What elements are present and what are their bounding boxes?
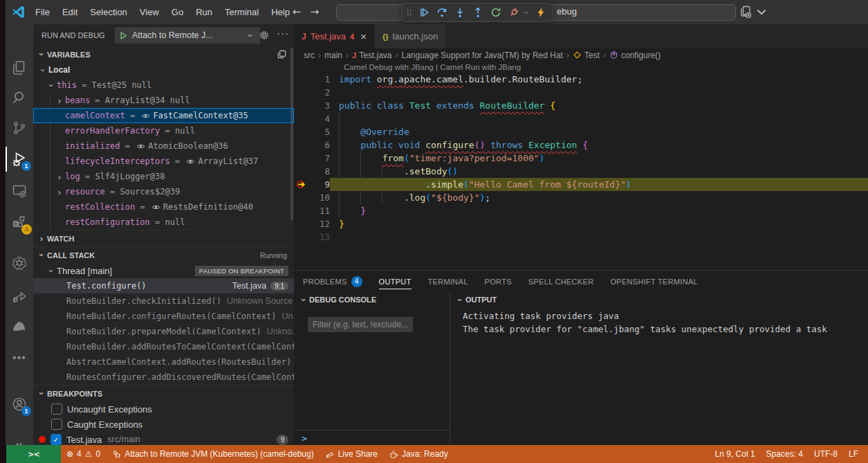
breakpoint-checkbox[interactable]: ✓ (50, 434, 62, 445)
gutter[interactable] (294, 191, 309, 204)
output-header[interactable]: › OUTPUT (450, 292, 868, 307)
gutter[interactable] (294, 125, 309, 138)
code-line-1[interactable]: 1import org.apache.camel.builder.RouteBu… (294, 73, 868, 86)
close-icon[interactable]: × (360, 30, 367, 42)
code-line-13[interactable]: 13 (294, 230, 868, 244)
configure-gear-icon[interactable] (259, 30, 270, 41)
code-line-11[interactable]: 11 } (294, 204, 868, 217)
activity-explorer-icon[interactable] (6, 55, 33, 80)
code-line-4[interactable]: 4 (294, 112, 868, 125)
menu-selection[interactable]: Selection (84, 7, 133, 17)
encoding-status[interactable]: UTF-8 (809, 445, 843, 463)
gutter[interactable] (294, 217, 309, 230)
code-line-3[interactable]: 3public class Test extends RouteBuilder … (294, 99, 868, 112)
stack-frame[interactable]: RouteBuilder.checkInitialized()Unknown S… (33, 293, 294, 309)
variable-row-log[interactable]: ›log = Slf4jLogger@38 (33, 169, 294, 184)
breadcrumb-item[interactable]: JTest.java (352, 51, 391, 60)
toolbar-drag-handle[interactable] (405, 8, 414, 17)
activity-more-views-icon[interactable]: ••• (6, 345, 33, 370)
activity-camel-icon[interactable] (6, 313, 33, 338)
indentation-status[interactable]: Spaces: 4 (761, 445, 809, 463)
gutter[interactable] (294, 112, 309, 125)
code-line-12[interactable]: 12} (294, 217, 868, 230)
debug-disconnect-icon[interactable] (505, 5, 522, 20)
debug-console-filter-input[interactable] (308, 317, 413, 332)
problems-status[interactable]: ⊗ 4 ⚠ 0 (61, 445, 106, 463)
variable-row-scope[interactable]: ›Local (33, 62, 294, 78)
activity-extensions-icon[interactable]: ⚠ (6, 210, 33, 235)
variable-row-errorHandlerFactory[interactable]: ›errorHandlerFactory = null (33, 123, 294, 138)
variable-row-restConfiguration[interactable]: ›restConfiguration = null (33, 215, 294, 230)
variable-row-restCollection[interactable]: ›restCollection = RestsDefinition@40 (33, 199, 294, 215)
debug-step-out-icon[interactable] (469, 5, 486, 20)
gutter[interactable] (294, 165, 309, 178)
activity-kubernetes-icon[interactable] (6, 251, 33, 275)
thread-row[interactable]: › Thread [main] PAUSED ON BREAKPOINT (33, 263, 294, 278)
codelens[interactable]: Camel Debug with JBang | Camel Run with … (294, 62, 868, 73)
menu-edit[interactable]: Edit (56, 7, 84, 17)
tab-test-java[interactable]: JTest.java4× (294, 24, 374, 48)
code-line-9[interactable]: 9 .simple("Hello Camel from ${routeId}") (294, 178, 868, 191)
code-line-2[interactable]: 2 (294, 86, 868, 99)
variable-row-initialized[interactable]: ›initialized = AtomicBoolean@36 (33, 138, 294, 154)
more-actions-icon[interactable]: ··· (277, 27, 289, 39)
stack-frame[interactable]: AbstractCamelContext.addRoutes(RoutesBui… (33, 354, 294, 370)
breakpoint-checkbox[interactable] (51, 419, 62, 430)
panel-tab-terminal[interactable]: TERMINAL (428, 271, 468, 292)
stack-frame[interactable]: RoutesConfigurer.addDiscoveredRoutes(Cam… (33, 370, 294, 385)
activity-live-share-icon[interactable] (6, 284, 33, 309)
sidebar-scrollbar[interactable] (290, 48, 293, 221)
menu-file[interactable]: File (29, 7, 56, 17)
watch-section-header[interactable]: › WATCH (33, 230, 294, 246)
eol-status[interactable]: LF (843, 445, 864, 463)
variable-row-this[interactable]: ›this = Test@25 null (33, 78, 294, 93)
code-area[interactable]: 1import org.apache.camel.builder.RouteBu… (294, 73, 868, 244)
menu-go[interactable]: Go (165, 7, 190, 17)
live-share-status[interactable]: Live Share (320, 445, 383, 463)
breakpoint-checkbox[interactable] (51, 403, 62, 415)
panel-tab-output[interactable]: OUTPUT (379, 271, 412, 292)
breadcrumb-item[interactable]: src (304, 51, 315, 60)
activity-search-icon[interactable] (6, 85, 33, 110)
nav-forward-icon[interactable]: → (307, 0, 322, 24)
variables-section-header[interactable]: › VARIABLES (33, 46, 294, 62)
gutter[interactable] (294, 99, 309, 112)
stack-frame[interactable]: RouteBuilder.prepareModel(CamelContext)U… (33, 324, 294, 339)
cursor-position[interactable]: Ln 9, Col 1 (710, 445, 761, 463)
panel-tab-spell-checker[interactable]: SPELL CHECKER (528, 271, 594, 292)
stack-frame[interactable]: Test.configure()Test.java9:1 (33, 278, 294, 293)
output-log[interactable]: Activating task providers javaThe task p… (450, 307, 868, 336)
variable-row-lifecycleInterceptors[interactable]: ›lifecycleInterceptors = ArrayList@37 (33, 154, 294, 169)
java-status[interactable]: Java: Ready (383, 445, 454, 463)
activity-source-control-icon[interactable] (6, 116, 33, 140)
variable-row-camelContext[interactable]: ›camelContext = FastCamelContext@35 (33, 108, 294, 123)
menu-run[interactable]: Run (190, 7, 219, 17)
menu-view[interactable]: View (133, 7, 165, 17)
panel-tab-openshift-terminal[interactable]: OPENSHIFT TERMINAL (610, 271, 698, 292)
gutter[interactable] (294, 73, 309, 86)
debug-step-into-icon[interactable] (451, 5, 468, 20)
gutter[interactable] (294, 138, 309, 152)
breadcrumb-item[interactable]: configure() (609, 51, 661, 60)
eye-icon[interactable] (151, 203, 160, 212)
eye-icon[interactable] (141, 111, 150, 120)
debug-console-input[interactable]: > (294, 430, 450, 446)
remote-indicator[interactable]: >< (6, 445, 61, 463)
panel-tab-problems[interactable]: PROBLEMS4 (303, 271, 362, 292)
breadcrumb-item[interactable]: main (324, 51, 342, 60)
menu-terminal[interactable]: Terminal (219, 7, 265, 17)
variable-row-resource[interactable]: ›resource = Sources$2@39 (33, 184, 294, 199)
stack-frame[interactable]: RouteBuilder.configureRoutes(CamelContex… (33, 309, 294, 324)
thunder-client-icon[interactable] (532, 5, 549, 20)
nav-back-icon[interactable]: ← (289, 0, 304, 24)
breakpoints-section-header[interactable]: › BREAKPOINTS (33, 385, 294, 401)
debug-session-status[interactable]: Attach to Remote JVM (Kubernetes) (camel… (106, 445, 319, 463)
breadcrumb-item[interactable]: Test (573, 51, 600, 60)
breadcrumb-item[interactable]: Language Support for Java(TM) by Red Hat (402, 51, 563, 60)
eye-icon[interactable] (186, 157, 195, 166)
code-line-6[interactable]: 6 public void configure() throws Excepti… (294, 138, 868, 152)
debug-config-dropdown[interactable]: Attach to Remote J... › (115, 27, 260, 44)
debug-console-header[interactable]: › DEBUG CONSOLE (294, 292, 450, 307)
code-line-7[interactable]: 7 from("timer:java?period=1000") (294, 152, 868, 165)
gutter[interactable] (294, 230, 309, 244)
